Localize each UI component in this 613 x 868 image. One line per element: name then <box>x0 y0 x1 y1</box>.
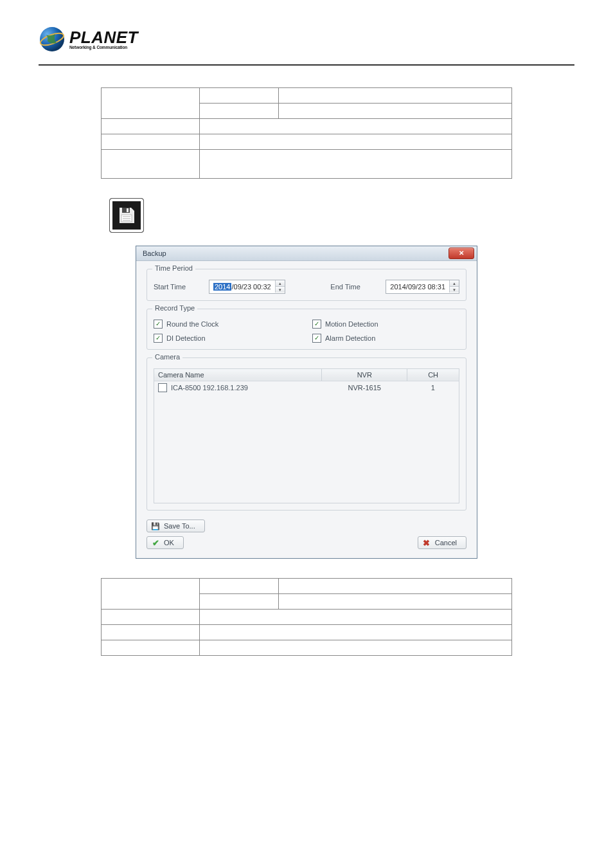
camera-col-nvr: NVR <box>322 368 407 381</box>
end-time-label: End Time <box>330 283 375 291</box>
checkbox-di-detection[interactable]: ✓ DI Detection <box>154 334 301 343</box>
backup-dialog: Backup ✕ Time Period Start Time 2014/09/… <box>136 246 477 559</box>
time-period-legend: Time Period <box>152 264 195 272</box>
brand-name: PLANET <box>69 29 138 46</box>
end-time-field[interactable]: 2014/09/23 08:31 ▲ ▼ <box>386 280 459 294</box>
camera-group: Camera Camera Name NVR CH ✓ <box>147 357 466 511</box>
chevron-up-icon[interactable]: ▲ <box>450 280 459 287</box>
check-icon: ✓ <box>154 334 163 343</box>
svg-rect-3 <box>127 208 129 212</box>
outline-table-bottom <box>101 578 512 656</box>
chevron-down-icon[interactable]: ▼ <box>450 287 459 293</box>
svg-rect-5 <box>123 216 130 217</box>
cancel-icon: ✖ <box>422 538 431 548</box>
brand-tagline: Networking & Communication <box>69 46 138 50</box>
checkbox-round-the-clock[interactable]: ✓ Round the Clock <box>154 320 301 329</box>
dialog-title: Backup <box>143 249 166 257</box>
close-button[interactable]: ✕ <box>449 248 474 259</box>
ok-icon: ✔ <box>151 538 160 548</box>
check-icon: ✓ <box>158 383 167 392</box>
brand-logo: PLANET Networking & Communication <box>39 26 574 53</box>
record-type-group: Record Type ✓ Round the Clock ✓ Motion D… <box>147 309 466 350</box>
save-icon: 💾 <box>151 522 160 530</box>
chevron-up-icon[interactable]: ▲ <box>276 280 285 287</box>
checkbox-alarm-detection[interactable]: ✓ Alarm Detection <box>312 334 459 343</box>
camera-col-ch: CH <box>407 368 459 381</box>
start-time-spinner[interactable]: ▲ ▼ <box>275 280 285 293</box>
outline-table-top <box>101 87 512 179</box>
svg-rect-7 <box>123 220 130 221</box>
record-type-legend: Record Type <box>152 304 197 312</box>
check-icon: ✓ <box>154 320 163 329</box>
backup-icon-button[interactable] <box>109 198 144 233</box>
page-header: PLANET Networking & Communication <box>39 26 574 69</box>
camera-row-checkbox[interactable]: ✓ ICA-8500 192.168.1.239 <box>158 383 318 392</box>
end-time-spinner[interactable]: ▲ ▼ <box>449 280 459 293</box>
globe-icon <box>39 26 66 53</box>
svg-rect-2 <box>122 208 130 213</box>
svg-rect-6 <box>123 218 130 219</box>
checkbox-motion-detection[interactable]: ✓ Motion Detection <box>312 320 459 329</box>
camera-table: Camera Name NVR CH ✓ ICA-8500 192.168.1.… <box>154 368 459 504</box>
camera-legend: Camera <box>152 353 182 361</box>
table-row[interactable]: ✓ ICA-8500 192.168.1.239 NVR-1615 1 <box>154 381 459 394</box>
save-to-button[interactable]: 💾 Save To... <box>147 520 205 532</box>
start-time-label: Start Time <box>154 283 199 291</box>
chevron-down-icon[interactable]: ▼ <box>276 287 285 293</box>
floppy-disk-icon <box>117 206 136 225</box>
ok-button[interactable]: ✔ OK <box>147 536 184 549</box>
close-icon: ✕ <box>459 249 464 257</box>
dialog-titlebar: Backup ✕ <box>136 246 477 261</box>
cancel-button[interactable]: ✖ Cancel <box>418 536 466 549</box>
time-period-group: Time Period Start Time 2014/09/23 00:32 … <box>147 269 466 301</box>
check-icon: ✓ <box>312 320 321 329</box>
camera-col-name: Camera Name <box>154 368 322 381</box>
check-icon: ✓ <box>312 334 321 343</box>
header-divider <box>39 64 574 66</box>
start-time-field[interactable]: 2014/09/23 00:32 ▲ ▼ <box>209 280 285 294</box>
